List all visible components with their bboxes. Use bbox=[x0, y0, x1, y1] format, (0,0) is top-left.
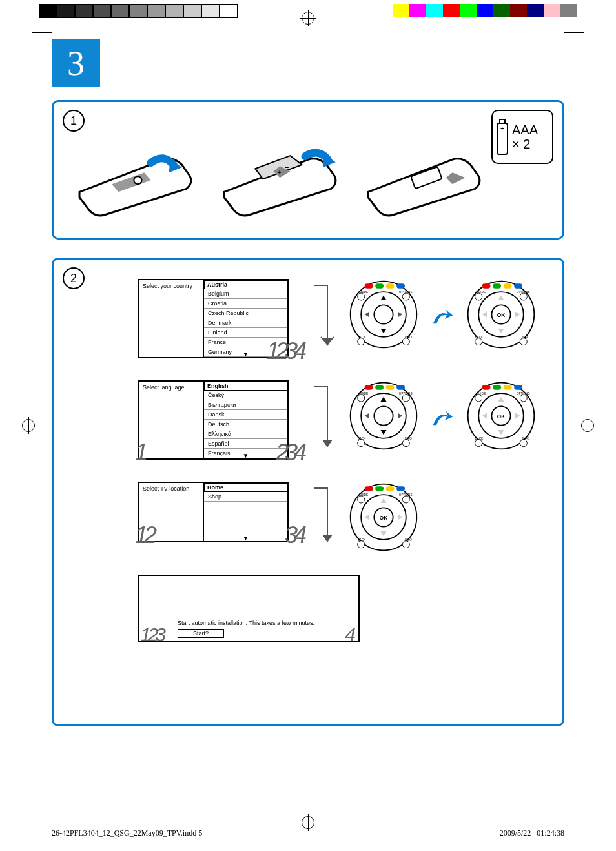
svg-rect-53 bbox=[396, 385, 405, 389]
menu-option[interactable]: Croatia bbox=[204, 299, 287, 309]
remote-dpad-icon: GUIDE OPTIONS BACK INFO bbox=[348, 279, 419, 350]
svg-rect-92 bbox=[386, 486, 395, 491]
svg-rect-30 bbox=[493, 283, 501, 288]
remote-dpad-icon: OK GUIDE OPTIONS BACK INFO bbox=[466, 279, 537, 350]
svg-point-47 bbox=[520, 338, 527, 345]
svg-text:+: + bbox=[285, 164, 289, 171]
crop-mark bbox=[564, 812, 584, 812]
menu-option-selected[interactable]: Austria bbox=[203, 280, 288, 290]
svg-point-87 bbox=[520, 440, 527, 447]
svg-rect-31 bbox=[504, 283, 512, 288]
crop-mark bbox=[32, 32, 52, 33]
install-message: Start automatic installation. This takes… bbox=[178, 620, 352, 626]
remote-step-3 bbox=[362, 140, 491, 218]
svg-rect-70 bbox=[493, 385, 501, 389]
layer-numbers: 4 bbox=[345, 624, 356, 646]
registration-mark-top bbox=[302, 12, 314, 25]
svg-point-67 bbox=[402, 440, 409, 447]
svg-marker-88 bbox=[322, 535, 333, 542]
page-content: 3 1 +− AAA × 2 bbox=[52, 39, 564, 806]
remote-step-1 bbox=[73, 140, 203, 218]
svg-point-41 bbox=[475, 293, 482, 300]
chevron-down-icon: ▼ bbox=[243, 452, 249, 459]
print-footer: 26-42PFL3404_12_QSG_22May09_TPV.indd 5 2… bbox=[52, 828, 564, 838]
svg-point-0 bbox=[134, 176, 141, 184]
svg-marker-48 bbox=[322, 440, 333, 447]
chevron-down-icon: ▼ bbox=[243, 351, 249, 358]
svg-rect-29 bbox=[482, 283, 491, 288]
menu-option-selected[interactable]: English bbox=[203, 381, 288, 391]
language-menu: Select language EnglishČeskýБългарскиDan… bbox=[138, 380, 289, 460]
layer-numbers: 12 bbox=[135, 522, 153, 549]
battery-install-panel: 1 +− AAA × 2 ++ bbox=[52, 100, 564, 240]
menu-option[interactable]: Deutsch bbox=[204, 420, 287, 429]
svg-point-25 bbox=[358, 338, 365, 345]
menu-option-selected[interactable]: Home bbox=[203, 482, 288, 493]
remote-dpad-icon: OK GUIDE OPTIONS BACK INFO bbox=[466, 380, 537, 451]
svg-point-23 bbox=[402, 293, 409, 300]
layer-numbers: 1234 bbox=[267, 338, 303, 365]
svg-point-102 bbox=[358, 496, 365, 503]
svg-rect-50 bbox=[365, 385, 373, 389]
crop-mark bbox=[32, 812, 52, 812]
start-install-row: Start automatic installation. This takes… bbox=[138, 575, 549, 642]
svg-point-27 bbox=[402, 338, 409, 345]
registration-mark-right bbox=[581, 419, 594, 432]
next-arrow-icon bbox=[431, 307, 454, 331]
location-menu: Select TV location HomeShop▼ ▶ ◀ bbox=[138, 482, 289, 542]
svg-rect-93 bbox=[396, 486, 405, 491]
svg-rect-32 bbox=[514, 283, 522, 288]
country-menu: Select your country AustriaBelgiumCroati… bbox=[138, 279, 289, 358]
svg-point-108 bbox=[402, 541, 409, 548]
start-button[interactable]: Start? bbox=[178, 629, 224, 638]
next-arrow-icon bbox=[431, 409, 454, 432]
remote-dpad-icon: GUIDE OPTIONS BACK INFO bbox=[348, 380, 419, 451]
footer-date: 2009/5/22 bbox=[500, 828, 531, 837]
battery-icon: +− bbox=[497, 119, 508, 155]
layer-numbers: 234 bbox=[276, 439, 303, 466]
svg-point-43 bbox=[520, 293, 527, 300]
connector-arrow-icon bbox=[311, 482, 336, 553]
select-location-row: Select TV location HomeShop▼ ▶ ◀ 12 34 O… bbox=[138, 482, 549, 553]
svg-rect-12 bbox=[386, 283, 395, 288]
svg-rect-69 bbox=[482, 385, 491, 389]
footer-filename: 26-42PFL3404_12_QSG_22May09_TPV.indd 5 bbox=[52, 828, 202, 838]
setup-wizard-panel: 2 Select your country AustriaBelgiumCroa… bbox=[52, 258, 564, 726]
connector-arrow-icon bbox=[311, 279, 336, 356]
crop-mark bbox=[564, 32, 584, 33]
svg-point-21 bbox=[358, 293, 365, 300]
menu-option[interactable]: Finland bbox=[204, 328, 287, 338]
remote-step-2: ++ bbox=[218, 140, 347, 218]
battery-spec-box: +− AAA × 2 bbox=[491, 110, 553, 164]
menu-option[interactable]: Belgium bbox=[204, 289, 287, 299]
svg-rect-11 bbox=[375, 283, 384, 288]
menu-option[interactable]: Dansk bbox=[204, 410, 287, 420]
crop-mark bbox=[564, 13, 564, 32]
menu-option[interactable]: Český bbox=[204, 391, 287, 400]
svg-rect-90 bbox=[365, 486, 373, 491]
menu-option[interactable]: Español bbox=[204, 439, 287, 449]
menu-option[interactable]: Czech Republic bbox=[204, 309, 287, 318]
registration-mark-left bbox=[22, 419, 35, 432]
chevron-down-icon: ▼ bbox=[243, 535, 249, 542]
language-prompt: Select language bbox=[139, 382, 204, 458]
step-number-badge: 3 bbox=[52, 39, 100, 87]
svg-point-83 bbox=[520, 395, 527, 402]
svg-rect-13 bbox=[396, 283, 405, 288]
install-message-box: Start automatic installation. This takes… bbox=[138, 575, 360, 642]
svg-point-55 bbox=[374, 406, 393, 425]
crop-mark bbox=[52, 13, 52, 32]
layer-numbers: 1 bbox=[135, 439, 144, 466]
svg-point-63 bbox=[402, 395, 409, 402]
menu-option[interactable]: Shop bbox=[204, 492, 287, 502]
select-language-row: Select language EnglishČeskýБългарскиDan… bbox=[138, 380, 549, 460]
svg-text:OK: OK bbox=[380, 515, 387, 521]
menu-option[interactable]: Denmark bbox=[204, 318, 287, 328]
svg-point-61 bbox=[358, 395, 365, 402]
menu-option[interactable]: Ελληνικά bbox=[204, 429, 287, 439]
menu-option[interactable]: Български bbox=[204, 400, 287, 410]
svg-point-104 bbox=[402, 496, 409, 503]
registration-mark-bottom bbox=[302, 816, 314, 829]
svg-rect-10 bbox=[365, 283, 373, 288]
layer-numbers: 123 bbox=[140, 624, 163, 646]
